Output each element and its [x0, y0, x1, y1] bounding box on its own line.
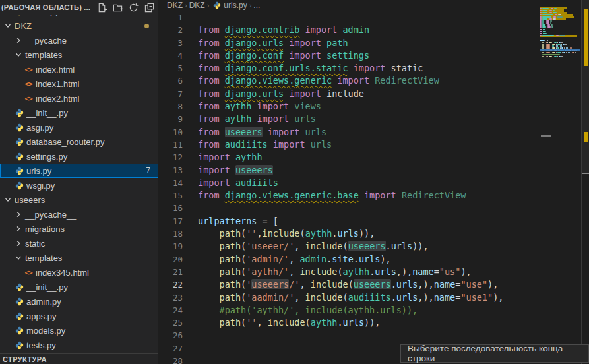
- line-number: 23: [159, 291, 183, 304]
- tree-item-label: static: [25, 239, 45, 249]
- refresh-icon[interactable]: [129, 3, 139, 13]
- tree-item-label: database_roouter.py: [26, 137, 105, 147]
- python-file-icon: [15, 326, 24, 335]
- tree-folder-useeers[interactable]: useeers: [0, 193, 158, 207]
- code-line-9[interactable]: 9from aythh import urls: [159, 113, 589, 125]
- tree-file-settings-py[interactable]: settings.py: [0, 149, 158, 164]
- code-line-5[interactable]: 5from django.conf.urls.static import sta…: [159, 62, 589, 75]
- breadcrumb-separator: ›: [249, 1, 252, 9]
- line-text: path('useeers/', include(useeers.urls,),…: [198, 278, 498, 291]
- code-line-18[interactable]: 18 path('',include(aythh.urls)),: [159, 228, 589, 240]
- line-number: 1: [159, 11, 183, 24]
- tree-file-admin-py[interactable]: admin.py: [0, 294, 158, 309]
- tree-item-label: asgi.py: [26, 123, 53, 133]
- tree-folder-migrations[interactable]: migrations: [0, 222, 158, 236]
- code-line-26[interactable]: 26: [159, 329, 589, 342]
- tree-item-label: index345.html: [36, 268, 89, 278]
- tree-file--init-py[interactable]: __init__.py: [0, 106, 158, 120]
- code-line-23[interactable]: 23 path('aadmin/', include(audiiits.urls…: [159, 291, 589, 304]
- code-line-15[interactable]: 15from django.views.generic.base import …: [159, 189, 589, 202]
- tree-item-label: __pycache__: [25, 36, 76, 46]
- vscode-window: views.pyDKZ__pycache__templates<>index.h…: [0, 0, 589, 364]
- tree-file-asgi-py[interactable]: asgi.py: [0, 120, 158, 135]
- chevron-right-icon: [15, 36, 22, 44]
- overview-ruler-scrollbar[interactable]: [581, 0, 589, 364]
- breadcrumb-item-0[interactable]: DKZ: [167, 1, 183, 10]
- code-line-22[interactable]: 22 path('useeers/', include(useeers.urls…: [159, 278, 589, 291]
- code-line-7[interactable]: 7from django.urls import include: [159, 88, 589, 100]
- code-line-24[interactable]: 24 #path('aythh/', include(aythh.urls)),: [159, 304, 589, 317]
- code-line-2[interactable]: 2from django.contrib import admin: [159, 24, 589, 36]
- chevron-down-icon: [15, 51, 22, 59]
- explorer-sidebar: views.pyDKZ__pycache__templates<>index.h…: [0, 0, 158, 364]
- line-text: from django.urls import include: [198, 88, 364, 100]
- tree-item-label: useeers: [15, 195, 45, 205]
- tree-item-label: urls.py: [26, 166, 51, 176]
- code-line-21[interactable]: 21 path('aythh/', include(aythh.urls,),n…: [159, 266, 589, 278]
- code-line-4[interactable]: 4from django.conf import settings: [159, 49, 589, 62]
- tree-file-models-py[interactable]: models.py: [0, 323, 158, 338]
- line-text: path('', include(aythh.urls)),: [198, 317, 380, 329]
- code-line-19[interactable]: 19 path('useeer/', include(useeers.urls)…: [159, 240, 589, 253]
- minimap-line: [540, 62, 580, 64]
- new-file-icon[interactable]: [97, 3, 107, 13]
- tree-file--init-py[interactable]: __init__.py: [0, 280, 158, 294]
- tree-folder--pycache-[interactable]: __pycache__: [0, 33, 158, 47]
- outline-section-header[interactable]: СТРУКТУРА: [0, 353, 158, 364]
- python-file-icon: [15, 283, 24, 291]
- minimap[interactable]: [540, 5, 580, 144]
- tree-item-label: index2.html: [36, 94, 79, 104]
- html-file-icon: <>: [24, 268, 32, 277]
- tree-file-index345-html[interactable]: <>index345.html: [0, 265, 158, 280]
- tree-folder-templates[interactable]: templates: [0, 251, 158, 265]
- line-number: 4: [159, 49, 183, 62]
- code-line-11[interactable]: 11from audiiits import urls: [159, 138, 589, 151]
- breadcrumb-item-2[interactable]: urls.py: [224, 1, 247, 10]
- line-number: 25: [159, 317, 183, 329]
- file-tree: views.pyDKZ__pycache__templates<>index.h…: [0, 4, 158, 352]
- code-line-3[interactable]: 3from django.urls import path: [159, 37, 589, 49]
- code-line-20[interactable]: 20 path('admin/', admin.site.urls),: [159, 253, 589, 266]
- tree-file-index-html[interactable]: <>index.html: [0, 62, 158, 76]
- chevron-right-icon: [15, 210, 22, 218]
- chevron-down-icon: [4, 196, 12, 204]
- tree-item-label: index.html: [36, 65, 75, 75]
- code-line-6[interactable]: 6from django.views.generic import Redire…: [159, 75, 589, 87]
- code-line-17[interactable]: 17urlpatterns = [: [159, 215, 589, 228]
- tree-folder-dkz[interactable]: DKZ: [0, 18, 158, 33]
- code-line-25[interactable]: 25 path('', include(aythh.urls)),: [159, 317, 589, 329]
- code-area[interactable]: 12from django.contrib import admin3from …: [159, 11, 589, 364]
- workspace-title: (РАБОЧАЯ ОБЛАСТЬ) ...: [1, 3, 97, 11]
- python-file-icon: [15, 341, 24, 349]
- code-line-13[interactable]: 13import useeers: [159, 164, 589, 177]
- line-text: path('',include(aythh.urls)),: [198, 228, 375, 240]
- html-file-icon: <>: [24, 94, 32, 103]
- breadcrumb-item-3[interactable]: ...: [253, 1, 260, 10]
- new-folder-icon[interactable]: [113, 3, 123, 13]
- line-number: 17: [159, 215, 183, 228]
- code-line-10[interactable]: 10from useeers import urls: [159, 126, 589, 138]
- line-text: path('aythh/', include(aythh.urls,),name…: [198, 266, 472, 278]
- tree-item-label: models.py: [26, 326, 65, 336]
- tree-file-tests-py[interactable]: tests.py: [0, 338, 158, 352]
- tree-file-urls-py[interactable]: urls.py7: [0, 164, 158, 178]
- line-number: 26: [159, 329, 183, 342]
- code-line-16[interactable]: 16: [159, 202, 589, 214]
- code-line-12[interactable]: 12import aythh: [159, 151, 589, 164]
- tree-file-wsgi-py[interactable]: wsgi.py: [0, 178, 158, 193]
- tree-file-database-roouter-py[interactable]: database_roouter.py: [0, 135, 158, 149]
- code-line-8[interactable]: 8from aythh import views: [159, 100, 589, 113]
- tree-file-apps-py[interactable]: apps.py: [0, 309, 158, 323]
- tree-file-index1-html[interactable]: <>index1.html: [0, 76, 158, 91]
- code-line-1[interactable]: 1: [159, 11, 589, 24]
- tree-folder-templates[interactable]: templates: [0, 47, 158, 62]
- tree-item-label: __init__.py: [26, 108, 68, 118]
- breadcrumb-item-1[interactable]: DKZ: [189, 1, 205, 10]
- tree-file-index2-html[interactable]: <>index2.html: [0, 91, 158, 106]
- breadcrumb-separator: ›: [207, 1, 210, 9]
- code-line-14[interactable]: 14import audiiits: [159, 177, 589, 189]
- python-file-icon: [15, 297, 24, 306]
- tree-folder-static[interactable]: static: [0, 236, 158, 251]
- tree-folder--pycache-[interactable]: __pycache__: [0, 207, 158, 222]
- collapse-all-icon[interactable]: [144, 3, 154, 13]
